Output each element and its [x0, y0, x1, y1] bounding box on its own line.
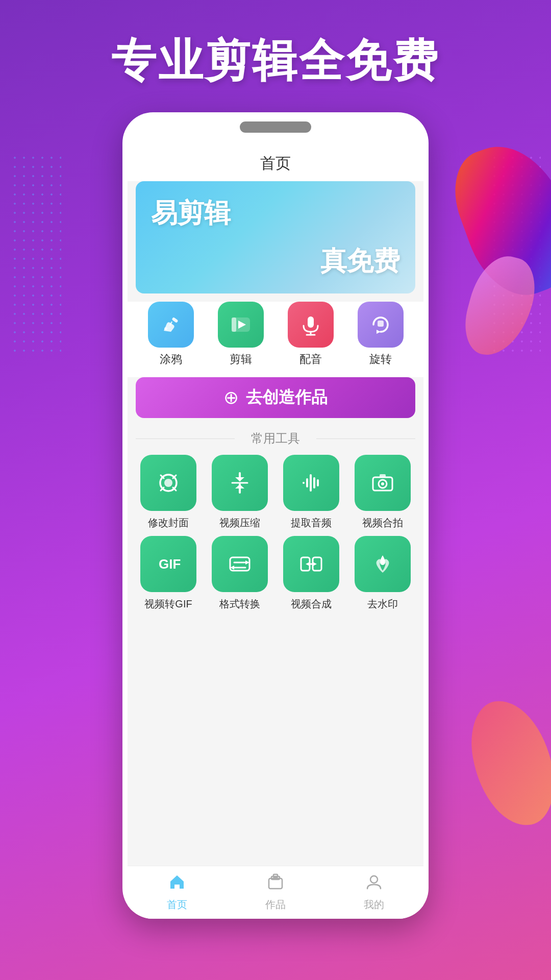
nav-mine[interactable]: 我的: [364, 873, 384, 912]
ribbon-decor-1: [441, 130, 551, 309]
dots-left: [10, 153, 61, 357]
svg-point-25: [381, 482, 384, 485]
tool-convert[interactable]: 格式转换: [207, 536, 272, 611]
ribbon-decor-2: [457, 249, 543, 363]
page-title: 首页: [128, 143, 423, 181]
cover-label: 修改封面: [148, 516, 189, 530]
tool-audio[interactable]: 提取音频: [279, 455, 344, 530]
tool-merge[interactable]: 视频合成: [279, 536, 344, 611]
quick-tools-row: 涂鸦 剪辑: [128, 302, 423, 377]
audio-icon: [283, 455, 339, 511]
phone-notch: [240, 121, 311, 133]
edit-icon: [218, 302, 264, 348]
works-label: 作品: [265, 898, 286, 912]
banner: 易剪辑 真免费: [136, 181, 415, 293]
svg-text:GIF: GIF: [159, 556, 181, 572]
svg-marker-17: [235, 484, 244, 488]
tool-watermark[interactable]: 去水印: [350, 536, 415, 611]
ribbon-decor-3: [464, 694, 551, 832]
tool-collab[interactable]: 视频合拍: [350, 455, 415, 530]
merge-label: 视频合成: [291, 597, 332, 611]
svg-rect-6: [308, 316, 314, 328]
tool-dub[interactable]: 配音: [288, 302, 334, 367]
create-icon: ⊕: [223, 387, 239, 408]
nav-works[interactable]: 作品: [265, 873, 286, 912]
collab-icon: [355, 455, 411, 511]
graffiti-icon: [148, 302, 194, 348]
svg-rect-26: [380, 474, 386, 478]
graffiti-label: 涂鸦: [160, 352, 182, 367]
nav-home[interactable]: 首页: [167, 873, 187, 912]
banner-text-1: 易剪辑: [151, 195, 400, 231]
mine-label: 我的: [364, 898, 384, 912]
phone-screen: 首页 易剪辑 真免费 涂鸦: [128, 143, 423, 919]
compress-label: 视频压缩: [219, 516, 260, 530]
tool-compress[interactable]: 视频压缩: [207, 455, 272, 530]
main-title: 专业剪辑全免费: [0, 31, 551, 91]
edit-label: 剪辑: [230, 352, 252, 367]
banner-text-2: 真免费: [151, 243, 400, 279]
merge-icon: [283, 536, 339, 592]
svg-rect-5: [232, 317, 236, 332]
compress-icon: [212, 455, 268, 511]
collab-label: 视频合拍: [362, 516, 403, 530]
cover-icon: [140, 455, 196, 511]
audio-label: 提取音频: [291, 516, 332, 530]
section-title: 常用工具: [128, 426, 423, 455]
convert-icon: [212, 536, 268, 592]
grid-tools: 修改封面 视频压缩: [128, 455, 423, 619]
tool-rotate[interactable]: 旋转: [358, 302, 404, 367]
watermark-icon: [355, 536, 411, 592]
tool-graffiti[interactable]: 涂鸦: [148, 302, 194, 367]
create-button[interactable]: ⊕ 去创造作品: [136, 377, 415, 418]
svg-rect-1: [171, 317, 178, 323]
dots-right: [490, 153, 541, 357]
dub-label: 配音: [299, 352, 322, 367]
home-label: 首页: [167, 898, 187, 912]
svg-point-12: [164, 479, 172, 487]
gif-label: 视频转GIF: [144, 597, 192, 611]
rotate-label: 旋转: [369, 352, 392, 367]
watermark-label: 去水印: [367, 597, 398, 611]
dub-icon: [288, 302, 334, 348]
convert-label: 格式转换: [219, 597, 260, 611]
svg-point-38: [370, 876, 378, 883]
svg-marker-33: [306, 562, 310, 566]
svg-marker-14: [235, 477, 244, 481]
works-icon: [267, 873, 284, 895]
create-label: 去创造作品: [246, 386, 328, 409]
phone-mockup: 首页 易剪辑 真免费 涂鸦: [122, 112, 429, 919]
tool-cover[interactable]: 修改封面: [136, 455, 201, 530]
tool-edit[interactable]: 剪辑: [218, 302, 264, 367]
svg-marker-34: [313, 562, 317, 566]
home-icon: [168, 873, 186, 895]
bottom-nav: 首页 作品 我的: [128, 866, 423, 919]
rotate-icon: [358, 302, 404, 348]
svg-marker-9: [377, 330, 381, 334]
gif-icon: GIF: [140, 536, 196, 592]
svg-point-0: [164, 327, 167, 330]
svg-rect-10: [378, 321, 384, 327]
tool-gif[interactable]: GIF 视频转GIF: [136, 536, 201, 611]
mine-icon: [365, 873, 383, 895]
